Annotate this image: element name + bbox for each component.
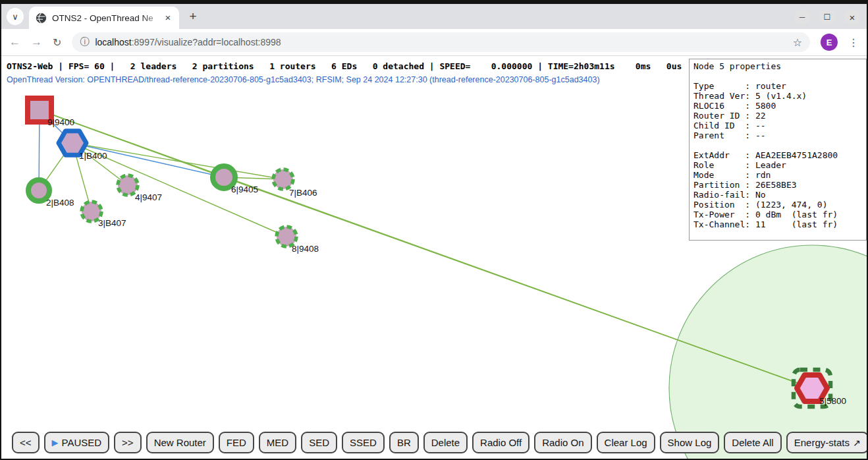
avatar-letter: E <box>827 38 832 47</box>
node-label-3: 3|B407 <box>98 218 126 228</box>
topology-link-1-7 <box>72 143 283 179</box>
window-maximize-button[interactable]: ☐ <box>819 9 835 25</box>
tab-search-button[interactable]: ∨ <box>7 8 24 25</box>
browser-toolbar: ← → ↻ ⓘ localhost:8997/visualize?addr=lo… <box>1 29 867 55</box>
radio-range-circle <box>669 245 867 459</box>
close-icon: × <box>850 12 855 23</box>
star-icon: ☆ <box>793 37 802 48</box>
kebab-menu-icon: ⋮ <box>848 37 859 48</box>
window-controls: ─ ☐ × <box>794 9 860 25</box>
toolbar-button-[interactable]: << <box>12 432 40 453</box>
url-path: :8997/visualize?addr=localhost:8998 <box>132 37 281 47</box>
tab-close-button[interactable]: × <box>162 12 174 24</box>
toolbar-button-show-log[interactable]: Show Log <box>660 432 720 453</box>
topology-node-1[interactable]: 1|B400 <box>59 131 107 161</box>
info-icon: ⓘ <box>80 36 89 47</box>
minimize-icon: ─ <box>800 13 805 22</box>
tab-bar: ∨ OTNS2 - OpenThread Ne × + ─ ☐ × <box>1 4 867 29</box>
topology-node-9[interactable]: 9|9400 <box>28 98 74 127</box>
node-label-7: 7|B406 <box>289 188 317 198</box>
node-properties-panel: Node 5 properties Type : router Thread V… <box>689 59 867 241</box>
node-label-9: 9|9400 <box>47 117 74 127</box>
browser-menu-button[interactable]: ⋮ <box>848 36 859 49</box>
tab-otns2[interactable]: OTNS2 - OpenThread Ne × <box>29 7 179 29</box>
back-button[interactable]: ← <box>9 36 20 49</box>
node-label-6: 6|9405 <box>231 185 258 194</box>
toolbar-button-label: Radio On <box>542 437 583 448</box>
toolbar-button-label: Delete <box>431 437 460 448</box>
reload-icon: ↻ <box>53 37 61 48</box>
toolbar-button-label: PAUSED <box>62 437 102 448</box>
toolbar-button-br[interactable]: BR <box>389 432 419 453</box>
browser-window: ∨ OTNS2 - OpenThread Ne × + ─ ☐ × ← → ↻ … <box>0 0 868 460</box>
window-minimize-button[interactable]: ─ <box>794 9 810 25</box>
toolbar-button-label: New Router <box>154 437 206 448</box>
tab-title: OTNS2 - OpenThread Ne <box>52 13 162 23</box>
simulation-status-line: OTNS2-Web | FPS= 60 | 2 leaders 2 partit… <box>7 61 682 71</box>
globe-favicon-icon <box>36 13 47 24</box>
node-label-2: 2|B408 <box>46 198 74 208</box>
back-icon: ← <box>9 36 20 48</box>
node-label-4: 4|9407 <box>135 192 162 202</box>
bookmark-button[interactable]: ☆ <box>793 36 802 49</box>
topology-node-6[interactable]: 6|9405 <box>213 166 258 194</box>
toolbar-button-delete-all[interactable]: Delete All <box>724 432 781 453</box>
toolbar-button-label: Delete All <box>732 437 773 448</box>
topology-node-3[interactable]: 3|B407 <box>82 202 126 228</box>
address-bar[interactable]: ⓘ localhost:8997/visualize?addr=localhos… <box>72 32 810 52</box>
toolbar-button-energy-stats[interactable]: Energy-stats↗ <box>786 432 867 453</box>
openthread-version-line: OpenThread Version: OPENTHREAD/thread-re… <box>7 75 600 84</box>
toolbar-button-ssed[interactable]: SSED <box>342 432 385 453</box>
topology-node-7[interactable]: 7|B406 <box>273 169 317 198</box>
toolbar-button-med[interactable]: MED <box>259 432 296 453</box>
profile-avatar[interactable]: E <box>821 34 838 51</box>
node-properties-text: Node 5 properties Type : router Thread V… <box>693 61 862 229</box>
new-tab-button[interactable]: + <box>184 8 202 25</box>
toolbar-button-radio-off[interactable]: Radio Off <box>472 432 529 453</box>
toolbar-button-label: Radio Off <box>480 437 522 448</box>
toolbar-button-label: Show Log <box>668 437 712 448</box>
toolbar-button-label: SSED <box>350 437 377 448</box>
external-link-icon: ↗ <box>853 438 861 448</box>
toolbar-button-label: FED <box>227 437 246 448</box>
play-icon: ▶ <box>52 438 59 447</box>
node-label-5: 5|5800 <box>819 396 846 406</box>
reload-button[interactable]: ↻ <box>53 36 61 49</box>
forward-button[interactable]: → <box>31 36 42 49</box>
topology-node-8[interactable]: 8|9408 <box>277 227 319 254</box>
site-info-button[interactable]: ⓘ <box>80 36 89 48</box>
simulation-toolbar: <<▶PAUSED>>New RouterFEDMEDSEDSSEDBRDele… <box>12 432 867 453</box>
forward-icon: → <box>31 36 42 48</box>
toolbar-button-label: Energy-stats <box>794 437 850 448</box>
node-label-8: 8|9408 <box>292 244 319 254</box>
toolbar-button-label: Clear Log <box>605 437 647 448</box>
toolbar-button-sed[interactable]: SED <box>301 432 337 453</box>
chevron-down-icon: ∨ <box>12 12 18 22</box>
toolbar-button-clear-log[interactable]: Clear Log <box>597 432 655 453</box>
toolbar-button-new-router[interactable]: New Router <box>146 432 214 453</box>
plus-icon: + <box>189 9 196 23</box>
window-close-button[interactable]: × <box>844 9 860 25</box>
toolbar-button-fed[interactable]: FED <box>219 432 254 453</box>
toolbar-button-paused[interactable]: ▶PAUSED <box>44 432 110 453</box>
toolbar-button-[interactable]: >> <box>114 432 142 453</box>
toolbar-button-label: << <box>20 437 32 448</box>
url-text[interactable]: localhost:8997/visualize?addr=localhost:… <box>95 37 786 47</box>
otns-canvas-area: 9|94001|B4002|B4083|B4074|94076|94057|B4… <box>1 56 867 459</box>
toolbar-button-label: SED <box>309 437 329 448</box>
toolbar-button-label: MED <box>267 437 288 448</box>
topology-node-2[interactable]: 2|B408 <box>28 180 74 208</box>
toolbar-button-delete[interactable]: Delete <box>423 432 468 453</box>
toolbar-button-radio-on[interactable]: Radio On <box>534 432 591 453</box>
toolbar-button-label: >> <box>122 437 134 448</box>
maximize-icon: ☐ <box>824 13 831 22</box>
node-shape-circle <box>273 169 293 189</box>
close-icon: × <box>165 12 171 23</box>
toolbar-button-label: BR <box>397 437 411 448</box>
node-label-1: 1|B400 <box>79 151 107 161</box>
url-host: localhost <box>95 37 131 47</box>
